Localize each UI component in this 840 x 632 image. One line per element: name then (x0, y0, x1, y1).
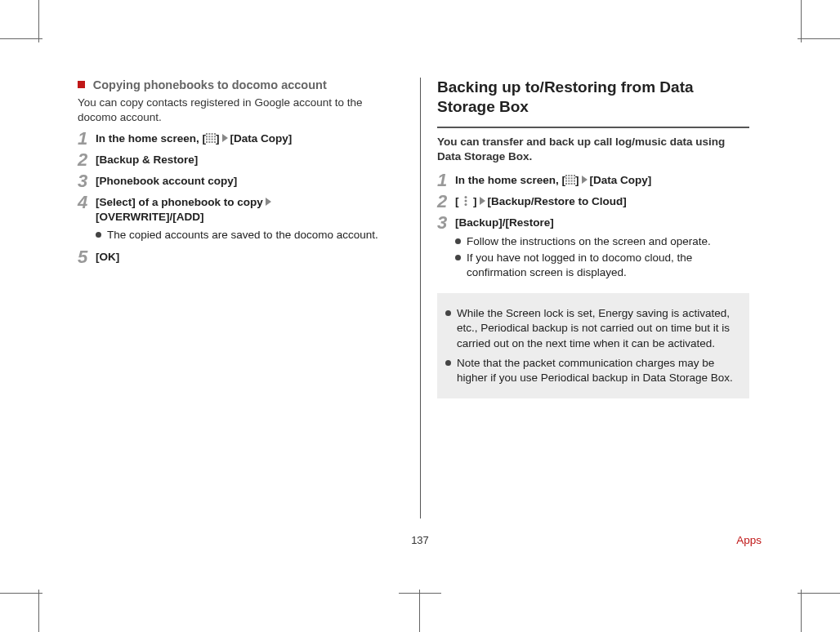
step-2: 2 [Backup & Restore] (78, 153, 404, 169)
step-text: [Backup/Restore to Cloud] (488, 195, 627, 207)
intro-text: You can transfer and back up call log/mu… (437, 135, 749, 166)
svg-point-32 (465, 196, 467, 198)
step-body: In the home screen, [][Data Copy] (455, 173, 749, 188)
svg-rect-12 (206, 141, 208, 143)
step-number: 1 (78, 130, 96, 148)
svg-rect-29 (568, 183, 570, 185)
step-body: In the home screen, [][Data Copy] (96, 131, 404, 146)
step-body: [Select] of a phonebook to copy [OVERWRI… (96, 195, 404, 245)
step-text: ] (575, 174, 579, 186)
apps-grid-icon (206, 133, 216, 143)
svg-rect-17 (568, 175, 570, 176)
step-body: [Backup & Restore] (96, 153, 404, 167)
step-body: [Backup]/[Restore] Follow the instructio… (455, 216, 749, 282)
svg-rect-18 (571, 175, 573, 176)
right-column: Backing up to/Restoring from Data Storag… (420, 78, 762, 519)
note-box: While the Screen lock is set, Energy sav… (437, 293, 749, 398)
arrow-icon (222, 134, 228, 142)
step-text: [Data Copy] (590, 174, 652, 186)
svg-rect-13 (208, 141, 210, 143)
svg-rect-22 (571, 178, 573, 180)
step-number: 2 (78, 151, 96, 169)
svg-rect-10 (212, 139, 213, 140)
step-number: 4 (78, 194, 96, 211)
sub-bullets: Follow the instructions on the screen an… (455, 234, 749, 281)
svg-rect-9 (208, 139, 210, 140)
crop-mark (801, 0, 802, 42)
step-1: 1 In the home screen, [][Data Copy] (78, 131, 404, 148)
step-body: [ ][Backup/Restore to Cloud] (455, 194, 749, 209)
sub-bullet: The copied accounts are saved to the doc… (96, 228, 404, 243)
page-number: 137 (0, 534, 840, 546)
step-2: 2 [ ][Backup/Restore to Cloud] (437, 194, 749, 211)
section-label: Apps (736, 534, 762, 546)
left-column: Copying phonebooks to docomo account You… (78, 78, 420, 519)
content-area: Copying phonebooks to docomo account You… (78, 78, 762, 519)
step-text: In the home screen, [ (455, 174, 565, 186)
svg-rect-6 (212, 136, 213, 137)
note-item: While the Screen lock is set, Energy sav… (445, 306, 739, 351)
svg-rect-21 (568, 178, 570, 180)
step-3: 3 [Phonebook account copy] (78, 174, 404, 190)
step-number: 2 (437, 193, 455, 211)
svg-rect-20 (565, 178, 567, 180)
apps-grid-icon (565, 175, 575, 185)
step-text: [OVERWRITE]/[ADD] (96, 211, 204, 223)
square-bullet-icon (78, 81, 85, 88)
svg-rect-28 (565, 183, 567, 185)
note-item: Note that the packet communication charg… (445, 356, 739, 385)
title-rule (437, 127, 749, 128)
svg-rect-26 (571, 180, 573, 182)
page: Copying phonebooks to docomo account You… (0, 0, 840, 632)
subsection-header: Copying phonebooks to docomo account (78, 78, 404, 94)
kebab-menu-icon (462, 195, 470, 205)
svg-point-33 (465, 200, 467, 203)
step-3: 3 [Backup]/[Restore] Follow the instruct… (437, 216, 749, 282)
step-number: 3 (78, 172, 96, 190)
svg-rect-16 (565, 175, 567, 176)
step-text: [Select] of a phonebook to copy (96, 196, 263, 208)
step-1: 1 In the home screen, [][Data Copy] (437, 173, 749, 189)
svg-rect-30 (571, 183, 573, 185)
sub-bullet: If you have not logged in to docomo clou… (455, 251, 749, 280)
crop-mark (399, 593, 441, 594)
svg-point-34 (465, 203, 467, 206)
svg-rect-24 (565, 180, 567, 182)
sub-bullet: Follow the instructions on the screen an… (455, 234, 749, 249)
svg-rect-2 (212, 133, 213, 135)
subsection-title: Copying phonebooks to docomo account (93, 78, 327, 91)
step-text: ] (216, 132, 220, 145)
sub-bullets: The copied accounts are saved to the doc… (96, 228, 404, 243)
step-4: 4 [Select] of a phonebook to copy [OVERW… (78, 195, 404, 245)
crop-mark (801, 590, 802, 632)
svg-rect-1 (208, 133, 210, 135)
svg-rect-8 (206, 139, 208, 140)
svg-rect-14 (212, 141, 213, 143)
step-number: 1 (437, 171, 455, 189)
svg-rect-0 (206, 133, 208, 135)
crop-mark (0, 38, 42, 39)
intro-text: You can copy contacts registered in Goog… (78, 96, 404, 125)
step-number: 3 (437, 214, 455, 232)
svg-rect-4 (206, 136, 208, 137)
step-text: ] (473, 195, 477, 207)
svg-rect-25 (568, 180, 570, 182)
step-5: 5 [OK] (78, 250, 404, 266)
svg-rect-5 (208, 136, 210, 137)
crop-mark (38, 590, 39, 632)
step-body: [OK] (96, 250, 404, 265)
step-text: In the home screen, [ (96, 132, 206, 145)
crop-mark (798, 38, 840, 39)
step-text: [ (455, 195, 459, 207)
arrow-icon (480, 197, 485, 205)
step-text: [Backup]/[Restore] (455, 216, 554, 229)
crop-mark (798, 593, 840, 594)
arrow-icon (266, 198, 271, 206)
crop-mark (38, 0, 39, 42)
step-body: [Phonebook account copy] (96, 174, 404, 189)
step-text: [Data Copy] (230, 132, 293, 145)
crop-mark (0, 593, 42, 594)
crop-mark (419, 590, 420, 632)
step-number: 5 (78, 248, 96, 266)
section-title: Backing up to/Restoring from Data Storag… (437, 78, 749, 120)
